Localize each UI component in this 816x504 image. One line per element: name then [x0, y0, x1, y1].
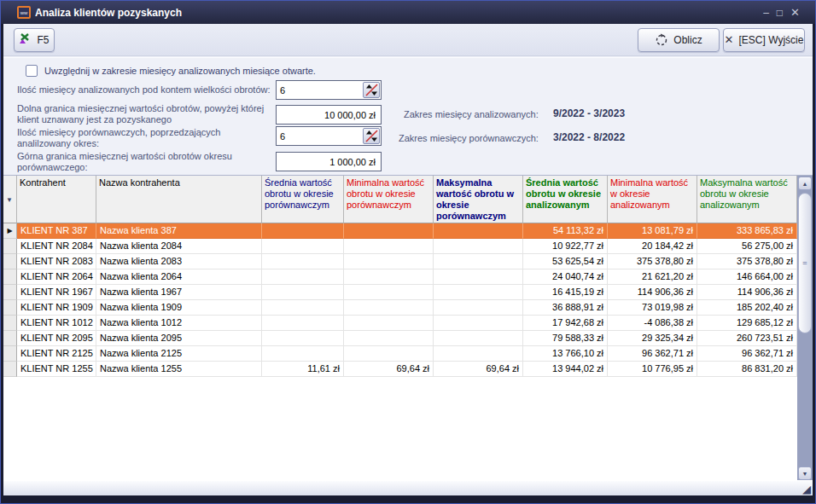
cell[interactable]: 24 040,74 zł [523, 269, 608, 285]
cell[interactable]: 79 588,33 zł [523, 331, 608, 346]
cell[interactable]: KLIENT NR 2095 [17, 331, 96, 346]
cell[interactable]: KLIENT NR 387 [17, 223, 96, 239]
cell[interactable] [344, 223, 434, 239]
row-selector[interactable] [3, 316, 17, 331]
exit-button[interactable]: ✕ [ESC] Wyjście [723, 28, 805, 52]
table-row[interactable]: KLIENT NR 2125Nazwa klienta 212513 766,1… [3, 346, 797, 362]
cell[interactable]: 73 019,98 zł [608, 300, 697, 316]
cell[interactable] [434, 269, 523, 285]
cell[interactable]: Nazwa klienta 2083 [96, 254, 262, 269]
cell[interactable]: KLIENT NR 2125 [17, 346, 96, 362]
table-row[interactable]: KLIENT NR 2084Nazwa klienta 208410 922,7… [3, 239, 797, 254]
upper-turnover-limit-input[interactable] [276, 152, 382, 171]
cell[interactable]: 16 415,19 zł [523, 285, 608, 300]
cell[interactable]: 146 664,00 zł [697, 269, 797, 285]
cell[interactable] [262, 223, 344, 239]
cell[interactable] [262, 254, 344, 269]
maximize-button[interactable]: □ [777, 8, 783, 18]
cell[interactable] [262, 239, 344, 254]
cell[interactable]: 375 378,80 zł [608, 254, 697, 269]
cell[interactable] [434, 254, 523, 269]
table-row[interactable]: KLIENT NR 1012Nazwa klienta 101217 942,6… [3, 316, 797, 331]
column-header[interactable]: Nazwa kontrahenta [96, 176, 262, 223]
cell[interactable]: 333 865,83 zł [697, 223, 797, 239]
cell[interactable]: 96 362,71 zł [697, 346, 797, 362]
table-row[interactable]: KLIENT NR 1909Nazwa klienta 190936 888,9… [3, 300, 797, 316]
cell[interactable]: 11,61 zł [262, 362, 344, 377]
table-row[interactable]: ▶KLIENT NR 387Nazwa klienta 38754 113,32… [3, 223, 797, 239]
cell[interactable]: KLIENT NR 2083 [17, 254, 96, 269]
cell[interactable]: 10 776,95 zł [608, 362, 697, 377]
refresh-f5-button[interactable]: F5 [14, 28, 55, 52]
cell[interactable]: 56 275,00 zł [697, 239, 797, 254]
row-selector[interactable] [3, 362, 17, 377]
cell[interactable]: 114 906,36 zł [697, 285, 797, 300]
cell[interactable] [344, 331, 434, 346]
cell[interactable]: 20 184,42 zł [608, 239, 697, 254]
table-row[interactable]: KLIENT NR 1967Nazwa klienta 196716 415,1… [3, 285, 797, 300]
cell[interactable] [262, 300, 344, 316]
cell[interactable] [344, 239, 434, 254]
cell[interactable]: 54 113,32 zł [523, 223, 608, 239]
cell[interactable]: 10 922,77 zł [523, 239, 608, 254]
vertical-scrollbar[interactable]: ▲ = ▼ [797, 176, 813, 481]
cell[interactable]: 260 723,51 zł [697, 331, 797, 346]
cell[interactable]: 53 625,54 zł [523, 254, 608, 269]
cell[interactable] [262, 269, 344, 285]
cell[interactable]: 129 685,12 zł [697, 316, 797, 331]
cell[interactable] [434, 285, 523, 300]
cell[interactable]: KLIENT NR 1967 [17, 285, 96, 300]
cell[interactable]: 21 621,20 zł [608, 269, 697, 285]
table-row[interactable]: KLIENT NR 2095Nazwa klienta 209579 588,3… [3, 331, 797, 346]
cell[interactable]: 69,64 zł [434, 362, 523, 377]
cell[interactable]: Nazwa klienta 2095 [96, 331, 262, 346]
cell[interactable] [262, 285, 344, 300]
column-header[interactable]: Minimalna wartość w okresie analizowanym [608, 176, 697, 223]
cell[interactable]: KLIENT NR 1909 [17, 300, 96, 316]
column-header[interactable]: Minimalna wartość obrotu w okresie porów… [344, 176, 434, 223]
cell[interactable]: 36 888,91 zł [523, 300, 608, 316]
row-selector[interactable] [3, 331, 17, 346]
scrollbar-thumb[interactable]: = [798, 193, 812, 333]
cell[interactable] [434, 316, 523, 331]
column-header[interactable]: Średnia wartość obrotu w okresie porówna… [262, 176, 344, 223]
filter-header-cell[interactable]: ▼ [3, 176, 17, 223]
analyzed-months-spinner[interactable] [363, 82, 380, 98]
cell[interactable] [434, 223, 523, 239]
open-months-checkbox[interactable] [26, 65, 38, 77]
cell[interactable] [434, 346, 523, 362]
cell[interactable]: -4 086,38 zł [608, 316, 697, 331]
row-selector[interactable] [3, 346, 17, 362]
cell[interactable]: KLIENT NR 2064 [17, 269, 96, 285]
cell[interactable] [344, 316, 434, 331]
column-header[interactable]: Maksymalna wartość obrotu w okresie anal… [697, 176, 797, 223]
cell[interactable]: 96 362,71 zł [608, 346, 697, 362]
cell[interactable] [434, 331, 523, 346]
cell[interactable]: 185 202,40 zł [697, 300, 797, 316]
cell[interactable] [262, 331, 344, 346]
cell[interactable] [344, 269, 434, 285]
column-header[interactable]: Kontrahent [17, 176, 96, 223]
cell[interactable] [434, 239, 523, 254]
cell[interactable]: Nazwa klienta 2064 [96, 269, 262, 285]
row-selector[interactable] [3, 300, 17, 316]
titlebar[interactable]: ww Analiza klientów pozyskanych – □ ✕ [1, 1, 815, 24]
cell[interactable]: KLIENT NR 1012 [17, 316, 96, 331]
cell[interactable] [344, 300, 434, 316]
cell[interactable]: Nazwa klienta 1255 [96, 362, 262, 377]
cell[interactable] [344, 285, 434, 300]
cell[interactable]: 13 766,10 zł [523, 346, 608, 362]
cell[interactable]: 86 831,20 zł [697, 362, 797, 377]
close-button[interactable]: ✕ [790, 8, 800, 18]
scroll-down-button[interactable]: ▼ [798, 466, 812, 480]
cell[interactable]: Nazwa klienta 2125 [96, 346, 262, 362]
cell[interactable] [344, 254, 434, 269]
cell[interactable]: 13 944,02 zł [523, 362, 608, 377]
cell[interactable]: Nazwa klienta 1967 [96, 285, 262, 300]
cell[interactable] [262, 316, 344, 331]
table-row[interactable]: KLIENT NR 2083Nazwa klienta 208353 625,5… [3, 254, 797, 269]
column-header[interactable]: Średnia wartość obrotu w okresie analizo… [523, 176, 608, 223]
row-selector[interactable] [3, 254, 17, 269]
table-row[interactable]: KLIENT NR 2064Nazwa klienta 206424 040,7… [3, 269, 797, 285]
cell[interactable]: KLIENT NR 2084 [17, 239, 96, 254]
